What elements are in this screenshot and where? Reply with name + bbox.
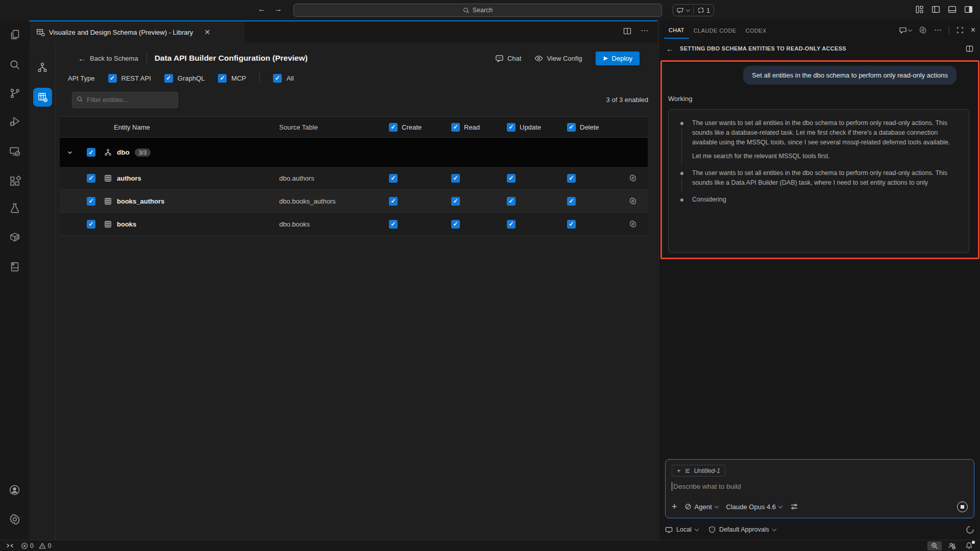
back-to-schema-button[interactable]: ← Back to Schema [78, 54, 138, 63]
tab-close-icon[interactable]: ✕ [204, 28, 210, 36]
close-panel-icon[interactable]: × [971, 26, 975, 35]
search-view-icon[interactable] [0, 55, 29, 75]
checkbox-authors-delete[interactable] [567, 174, 576, 183]
split-editor-icon[interactable] [623, 27, 631, 35]
checkbox-read-all[interactable] [451, 123, 460, 132]
chat-bubble-icon [495, 54, 504, 63]
checkbox-authors[interactable] [87, 174, 95, 183]
col-create: Create [402, 123, 422, 131]
attach-plus-icon[interactable]: + [672, 502, 677, 512]
stop-button[interactable] [957, 502, 968, 512]
model-picker[interactable]: Claude Opus 4.6 [726, 503, 782, 511]
view-config-button[interactable]: View Config [534, 54, 582, 63]
source-control-icon[interactable] [0, 83, 29, 104]
tune-sliders-icon[interactable] [790, 503, 798, 511]
tab-codex[interactable]: CODEX [741, 22, 771, 38]
zoom-level-indicator[interactable] [927, 541, 942, 550]
chat-settings-gear-icon[interactable] [919, 26, 927, 34]
checkbox-dbo-group[interactable] [87, 148, 95, 157]
chat-input-field[interactable]: Describe what to build [672, 482, 741, 491]
tab-chat[interactable]: CHAT [664, 22, 689, 39]
row-settings-gear-icon[interactable] [618, 220, 648, 228]
checkbox-mcp[interactable] [218, 74, 227, 83]
checkbox-books-authors-update[interactable] [507, 197, 516, 206]
entity-source: dbo.books [270, 220, 389, 228]
checkbox-authors-read[interactable] [451, 174, 460, 183]
environment-picker[interactable]: Local [665, 526, 698, 534]
progress-spinner-icon [965, 524, 975, 535]
checkbox-authors-create[interactable] [389, 174, 398, 183]
mode-picker[interactable]: Agent [684, 503, 718, 511]
tab-visualize-design-schema[interactable]: Visualize and Design Schema (Preview) - … [30, 21, 244, 43]
command-search-box[interactable]: Search [293, 4, 662, 17]
dab-config-panel: ← Back to Schema Data API Builder Config… [56, 43, 657, 541]
remote-indicator-icon[interactable] [6, 542, 14, 549]
session-back-icon[interactable]: ← [666, 44, 674, 53]
search-icon [463, 7, 470, 14]
entity-source: dbo.authors [270, 174, 389, 182]
containers-icon[interactable] [0, 227, 29, 247]
dab-config-active-icon[interactable] [33, 88, 52, 107]
chat-input-box[interactable]: + Untitled-1 Describe what to build + Ag… [665, 459, 974, 518]
notifications-bell-icon[interactable] [962, 541, 976, 550]
checkbox-authors-update[interactable] [507, 174, 516, 183]
account-icon[interactable] [0, 480, 29, 500]
checkbox-books-delete[interactable] [567, 220, 576, 229]
maximize-panel-icon[interactable] [957, 27, 964, 34]
nav-forward-icon[interactable]: → [274, 5, 282, 14]
checkbox-books[interactable] [87, 220, 95, 229]
tab-claude-code[interactable]: CLAUDE CODE [689, 22, 741, 38]
context-attachment-chip[interactable]: + Untitled-1 [672, 465, 725, 477]
toggle-primary-sidebar-icon[interactable] [932, 5, 940, 14]
run-debug-icon[interactable] [0, 111, 29, 132]
settings-gear-icon[interactable] [0, 509, 29, 530]
checkbox-books-authors-delete[interactable] [567, 197, 576, 206]
schema-visualize-icon[interactable] [36, 61, 48, 73]
accounts-status-icon[interactable] [945, 541, 959, 551]
approvals-picker[interactable]: Default Approvals [708, 526, 776, 533]
checkbox-delete-all[interactable] [567, 123, 576, 132]
entity-name: authors [117, 174, 141, 182]
deploy-button[interactable]: Deploy [596, 52, 640, 65]
checkbox-graphql[interactable] [164, 74, 173, 83]
collapse-chevron-icon[interactable] [60, 149, 80, 156]
toggle-panel-icon[interactable] [948, 5, 957, 14]
page-title: Data API Builder Configuration (Preview) [155, 54, 308, 63]
copilot-chat-button[interactable] [673, 5, 693, 16]
remote-explorer-icon[interactable] [0, 141, 29, 162]
nav-back-icon[interactable]: ← [258, 5, 266, 14]
bullet-dot [680, 122, 683, 125]
checkbox-rest-api[interactable] [108, 74, 117, 83]
extensions-icon[interactable] [0, 171, 29, 191]
problems-indicator[interactable]: 0 0 [21, 542, 51, 549]
checkbox-books-authors-create[interactable] [389, 197, 398, 206]
checkbox-books-authors-read[interactable] [451, 197, 460, 206]
customize-layout-icon[interactable] [915, 5, 924, 14]
checkbox-books-update[interactable] [507, 220, 516, 229]
checkbox-update-all[interactable] [507, 123, 516, 132]
filter-entities-input[interactable] [72, 92, 178, 108]
col-delete: Delete [580, 123, 599, 131]
checkbox-all[interactable] [273, 74, 282, 83]
checkbox-books-authors[interactable] [87, 197, 95, 206]
open-session-to-side-icon[interactable] [966, 45, 973, 53]
table-icon [99, 174, 117, 182]
checkbox-books-read[interactable] [451, 220, 460, 229]
warning-count: 0 [48, 542, 52, 549]
checkbox-books-create[interactable] [389, 220, 398, 229]
chat-button[interactable]: Chat [495, 54, 521, 63]
activity-bar [0, 20, 29, 540]
row-settings-gear-icon[interactable] [618, 197, 648, 205]
chat-more-actions-icon[interactable]: ⋯ [934, 26, 942, 35]
row-settings-gear-icon[interactable] [618, 174, 648, 182]
checkbox-create-all[interactable] [389, 123, 398, 132]
explorer-icon[interactable] [0, 24, 29, 45]
toggle-secondary-sidebar-icon[interactable] [964, 5, 973, 14]
editor-more-actions-icon[interactable]: ⋯ [641, 27, 648, 35]
database-icon[interactable] [0, 257, 29, 277]
testing-icon[interactable] [0, 198, 29, 218]
entity-name: books_authors [117, 197, 164, 205]
copilot-session-badge[interactable]: 1 [694, 5, 714, 16]
new-chat-dropdown[interactable] [899, 26, 912, 34]
entity-source: dbo.books_authors [270, 197, 389, 205]
